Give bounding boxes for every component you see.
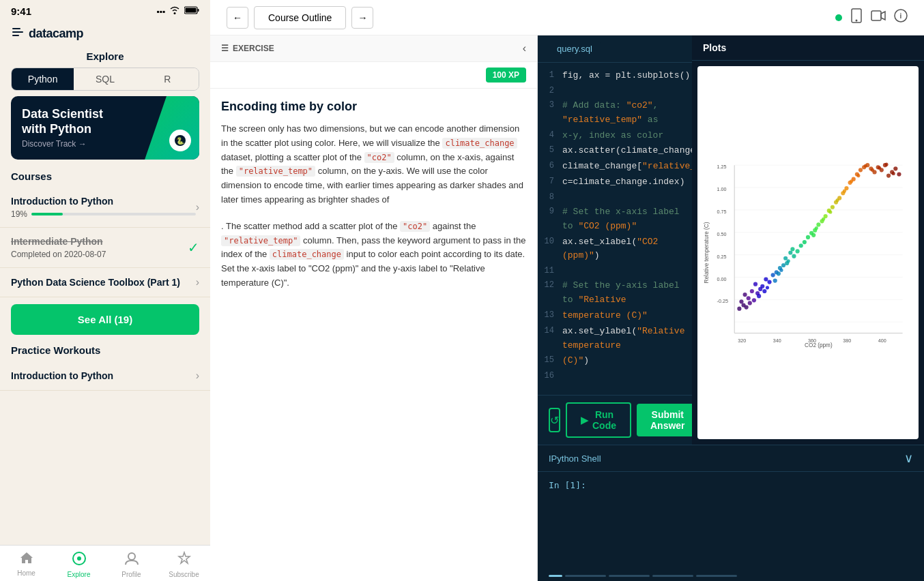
ipython-header: IPython Shell ∨ <box>538 445 924 472</box>
code-line-9: 9# Set the x-axis label to "CO2 (ppm)" <box>538 205 692 235</box>
code-line-2: 2 <box>538 84 692 98</box>
wifi-icon <box>169 6 180 16</box>
track-card[interactable]: Data Scientistwith Python Discover Track… <box>11 96 199 160</box>
collapse-button[interactable]: ‹ <box>523 42 526 55</box>
practice-item-intro[interactable]: Introduction to Python › <box>0 361 210 391</box>
editor-tab-name[interactable]: query.sql <box>549 41 601 57</box>
course-item-intermediate-python[interactable]: Intermediate Python Completed on 2020-08… <box>0 228 210 268</box>
check-icon: ✓ <box>188 239 199 256</box>
svg-point-108 <box>850 179 853 183</box>
svg-point-41 <box>737 307 741 311</box>
exercise-text-2: . The scatter method add a scatter plot … <box>221 220 526 290</box>
course-outline-button[interactable]: Course Outline <box>254 6 346 29</box>
status-icons: ▪▪▪ <box>156 6 199 16</box>
reset-button[interactable]: ↺ <box>549 408 560 432</box>
svg-point-110 <box>864 164 867 168</box>
nav-profile-label: Profile <box>121 571 141 578</box>
svg-point-104 <box>822 218 825 221</box>
nav-subscribe-label: Subscribe <box>169 571 199 578</box>
code-line-11: 11 <box>538 264 692 278</box>
svg-rect-2 <box>198 9 199 12</box>
scroll-dot-3 <box>609 575 650 577</box>
svg-point-102 <box>787 259 790 263</box>
svg-text:400: 400 <box>878 338 886 344</box>
chevron-right-practice: › <box>196 370 199 382</box>
xp-badge: 100 XP <box>486 68 526 83</box>
svg-point-107 <box>843 190 846 193</box>
svg-point-53 <box>757 294 761 298</box>
svg-point-60 <box>773 278 777 282</box>
ipython-expand-button[interactable]: ∨ <box>904 451 913 466</box>
svg-text:0.00: 0.00 <box>717 277 727 282</box>
panels-row: ☰ EXERCISE ‹ 100 XP Encoding time by col… <box>210 35 924 581</box>
info-icon[interactable]: i <box>894 9 908 26</box>
course-info: Introduction to Python 19% <box>11 196 196 219</box>
svg-point-45 <box>743 293 747 297</box>
practice-title: Practice Workouts <box>0 342 210 361</box>
bottom-nav: Home Explore Profile Subscribe <box>0 545 210 581</box>
nav-home[interactable]: Home <box>0 546 53 581</box>
next-arrow-button[interactable]: → <box>351 7 373 29</box>
dc-logo-icon <box>11 25 25 42</box>
nav-profile[interactable]: Profile <box>105 546 158 581</box>
plots-header: Plots <box>692 35 924 61</box>
code-line-7: 7c=climate_change.index) <box>538 175 692 190</box>
course-item-toolbox[interactable]: Python Data Science Toolbox (Part 1) › <box>0 268 210 297</box>
dc-header: datacamp <box>0 20 210 48</box>
nav-explore[interactable]: Explore <box>53 546 105 581</box>
progress-bar-fill <box>31 213 63 215</box>
subscribe-icon <box>177 551 192 569</box>
svg-text:1.25: 1.25 <box>717 164 727 170</box>
code-line-3: 3# Add data: "co2", "relative_temp" as <box>538 98 692 128</box>
svg-point-43 <box>739 299 743 303</box>
svg-point-49 <box>752 298 756 302</box>
svg-point-65 <box>783 256 788 260</box>
svg-point-54 <box>760 284 764 288</box>
scroll-dot-5 <box>696 575 737 577</box>
course-item-intro-python[interactable]: Introduction to Python 19% › <box>0 188 210 228</box>
mobile-panel: 9:41 ▪▪▪ datacamp Explore Python SQL R D… <box>0 0 210 581</box>
tab-sql[interactable]: SQL <box>74 68 136 90</box>
svg-point-11 <box>128 553 135 560</box>
svg-point-103 <box>815 226 818 230</box>
top-bar-left: ← Course Outline → <box>227 6 373 29</box>
svg-point-66 <box>788 250 792 254</box>
course-name-3: Python Data Science Toolbox (Part 1) <box>11 277 196 288</box>
code-lines: 1fig, ax = plt.subplots() 2 3# Add data:… <box>538 63 692 395</box>
svg-point-99 <box>796 249 800 253</box>
svg-point-106 <box>836 198 839 202</box>
run-code-button[interactable]: ▶ Run Code <box>566 402 631 438</box>
svg-point-112 <box>878 166 881 170</box>
ipython-panel: IPython Shell ∨ In [1]: <box>538 445 924 581</box>
top-half: query.sql 1fig, ax = plt.subplots() 2 3#… <box>538 35 924 445</box>
svg-text:-0.25: -0.25 <box>717 299 728 304</box>
svg-point-51 <box>753 282 757 286</box>
tab-python[interactable]: Python <box>12 68 74 90</box>
svg-point-10 <box>77 556 81 561</box>
editor-tab: query.sql <box>538 35 692 63</box>
svg-point-47 <box>747 296 751 300</box>
svg-point-97 <box>893 166 897 170</box>
see-all-button[interactable]: See All (19) <box>11 304 199 335</box>
svg-point-69 <box>799 243 803 248</box>
svg-point-0 <box>174 12 176 14</box>
progress-bar-bg <box>31 213 196 215</box>
nav-subscribe[interactable]: Subscribe <box>158 546 210 581</box>
svg-text:380: 380 <box>843 338 851 344</box>
svg-text:0.50: 0.50 <box>717 232 727 237</box>
tab-r[interactable]: R <box>136 68 199 90</box>
ipython-prompt: In [1]: <box>549 480 586 490</box>
svg-point-57 <box>767 280 771 284</box>
mobile-device-icon[interactable] <box>850 8 863 27</box>
exercise-header: ☰ EXERCISE ‹ <box>210 35 537 62</box>
scroll-dot-active <box>549 575 562 577</box>
svg-point-74 <box>816 222 820 226</box>
signal-icon: ▪▪▪ <box>156 7 165 16</box>
dc-logo-text: datacamp <box>29 27 83 41</box>
submit-answer-button[interactable]: Submit Answer <box>637 404 692 436</box>
svg-rect-14 <box>871 11 881 20</box>
ipython-content[interactable]: In [1]: <box>538 472 924 571</box>
video-icon[interactable] <box>871 10 886 25</box>
prev-arrow-button[interactable]: ← <box>227 7 248 29</box>
svg-text:340: 340 <box>773 338 781 344</box>
